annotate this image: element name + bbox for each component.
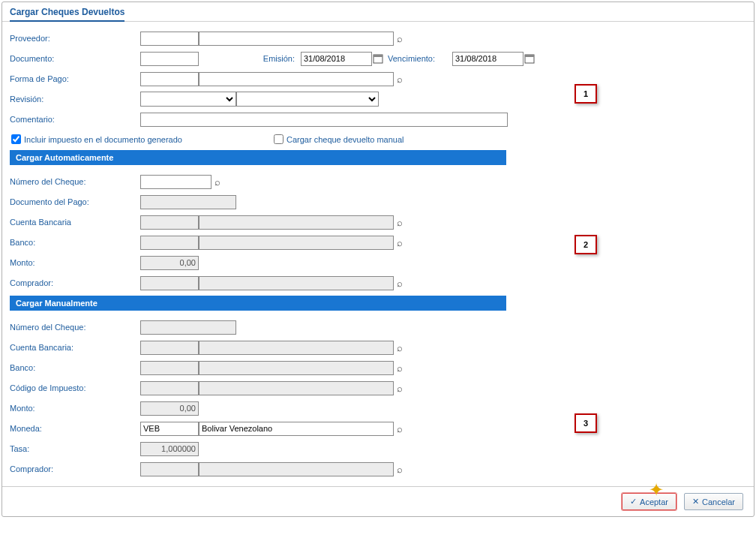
search-icon[interactable]: ⌕ (397, 217, 403, 228)
comprador-name-input (199, 276, 394, 290)
comprador-m-name-input (199, 462, 394, 476)
cargar-manual-label: Cargar cheque devuelto manual (286, 135, 404, 144)
cuenta-bancaria-m-label: Cuenta Bancaria: (10, 343, 140, 352)
proveedor-label: Proveedor: (10, 34, 140, 43)
incluir-impuesto-checkbox[interactable] (11, 134, 21, 144)
banco-m-name-input (199, 361, 394, 375)
search-icon[interactable]: ⌕ (214, 176, 220, 188)
search-icon[interactable]: ⌕ (397, 423, 403, 434)
cancelar-button[interactable]: ✕ Cancelar (684, 493, 743, 510)
cargar-manual-checkbox[interactable] (274, 134, 284, 144)
comprador-m-code-input (140, 462, 199, 476)
forma-pago-code-input[interactable] (140, 72, 199, 86)
callout-1: 1 (574, 84, 597, 104)
calendar-icon[interactable] (373, 53, 383, 64)
section-manual-header: Cargar Manualmente (10, 296, 506, 311)
cancelar-label: Cancelar (702, 497, 735, 506)
search-icon[interactable]: ⌕ (397, 342, 403, 353)
svg-rect-1 (374, 55, 382, 57)
moneda-label: Moneda: (10, 424, 140, 433)
panel-title: Cargar Cheques Devueltos (2, 2, 754, 22)
monto-input (140, 256, 199, 270)
callout-2: 2 (574, 235, 597, 254)
banco-label: Banco: (10, 238, 140, 247)
monto-m-label: Monto: (10, 404, 140, 413)
footer: ✓ Aceptar ✕ Cancelar ✦ (2, 486, 754, 516)
aceptar-button[interactable]: ✓ Aceptar (622, 493, 676, 510)
comprador-m-label: Comprador: (10, 464, 140, 473)
forma-pago-label: Forma de Pago: (10, 74, 140, 83)
callout-3: 3 (574, 413, 597, 433)
aceptar-label: Aceptar (640, 497, 668, 506)
search-icon[interactable]: ⌕ (397, 237, 403, 248)
documento-label: Documento: (10, 54, 140, 63)
search-icon[interactable]: ⌕ (397, 383, 403, 394)
search-icon[interactable]: ⌕ (397, 74, 403, 85)
vencimiento-label: Vencimiento: (383, 54, 452, 63)
cuenta-bancaria-name-input (199, 215, 394, 230)
banco-m-code-input (140, 361, 199, 375)
cuenta-bancaria-m-name-input (199, 341, 394, 355)
documento-input[interactable] (140, 52, 199, 66)
section-auto-header: Cargar Automaticamente (10, 150, 506, 165)
tasa-input (140, 442, 199, 456)
search-icon[interactable]: ⌕ (397, 464, 403, 475)
vencimiento-input[interactable] (452, 52, 524, 66)
incluir-impuesto-label: Incluir impuesto en el documento generad… (24, 135, 182, 144)
emision-label: Emisión: (199, 54, 301, 63)
forma-pago-name-input[interactable] (199, 72, 394, 86)
cuenta-bancaria-code-input (140, 215, 199, 230)
banco-code-input (140, 236, 199, 250)
moneda-name-input[interactable] (199, 422, 394, 436)
tasa-label: Tasa: (10, 444, 140, 453)
comentario-input[interactable] (140, 113, 508, 127)
search-icon[interactable]: ⌕ (397, 362, 403, 374)
comprador-label: Comprador: (10, 278, 140, 287)
documento-pago-label: Documento del Pago: (10, 197, 140, 206)
emision-input[interactable] (301, 52, 372, 66)
proveedor-code-input[interactable] (140, 32, 199, 46)
codigo-impuesto-name-input (199, 381, 394, 395)
check-icon: ✓ (630, 497, 637, 506)
close-icon: ✕ (692, 497, 699, 506)
form-body: Proveedor: ⌕ Documento: Emisión: Vencimi… (2, 22, 754, 486)
svg-rect-3 (525, 55, 534, 57)
main-panel: Cargar Cheques Devueltos Proveedor: ⌕ Do… (2, 2, 754, 517)
banco-name-input (199, 236, 394, 250)
proveedor-name-input[interactable] (199, 32, 394, 46)
search-icon[interactable]: ⌕ (397, 278, 403, 289)
revision-select-2[interactable] (236, 92, 379, 107)
revision-label: Revisión: (10, 95, 140, 104)
monto-m-input (140, 401, 199, 416)
numero-cheque-m-input (140, 320, 236, 335)
comentario-label: Comentario: (10, 115, 140, 124)
calendar-icon[interactable] (524, 53, 535, 64)
cuenta-bancaria-label: Cuenta Bancaria (10, 218, 140, 227)
codigo-impuesto-code-input (140, 381, 199, 395)
revision-select-1[interactable] (140, 92, 236, 107)
codigo-impuesto-label: Código de Impuesto: (10, 383, 140, 392)
documento-pago-input (140, 195, 236, 209)
moneda-code-input[interactable] (140, 422, 199, 436)
numero-cheque-label: Número del Cheque: (10, 177, 140, 186)
search-icon[interactable]: ⌕ (397, 33, 403, 44)
numero-cheque-m-label: Número del Cheque: (10, 323, 140, 332)
monto-label: Monto: (10, 258, 140, 267)
numero-cheque-input[interactable] (140, 175, 212, 189)
banco-m-label: Banco: (10, 363, 140, 372)
comprador-code-input (140, 276, 199, 290)
panel-title-text: Cargar Cheques Devueltos (10, 7, 124, 22)
cuenta-bancaria-m-code-input (140, 341, 199, 355)
